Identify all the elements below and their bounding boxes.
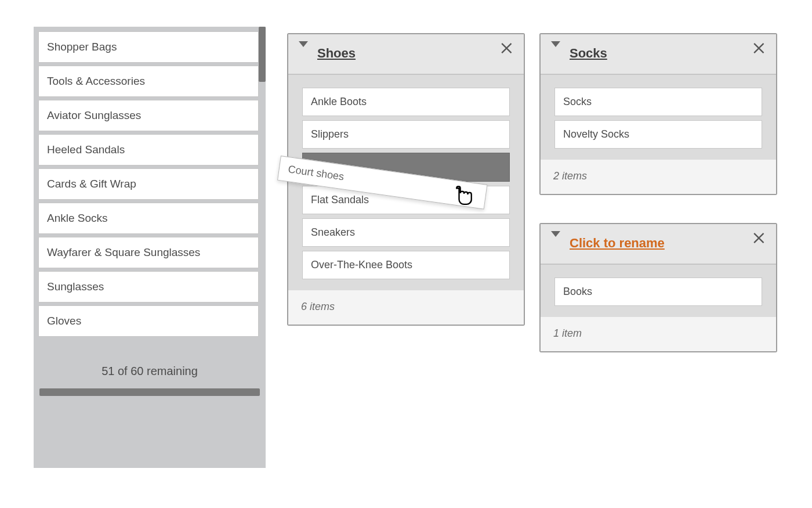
card-title[interactable]: Socks bbox=[570, 46, 607, 60]
list-item[interactable]: Over-The-Knee Boots bbox=[302, 251, 510, 279]
list-item[interactable]: Wayfarer & Square Sunglasses bbox=[38, 237, 259, 268]
list-item[interactable]: Ankle Socks bbox=[38, 203, 259, 234]
card-item-count: 6 items bbox=[288, 290, 524, 325]
source-panel: Shopper Bags Tools & Accessories Aviator… bbox=[34, 27, 266, 468]
progress-bar bbox=[39, 388, 260, 396]
card-header: Socks bbox=[541, 34, 776, 75]
remaining-count: 51 of 60 remaining bbox=[34, 340, 266, 388]
source-list: Shopper Bags Tools & Accessories Aviator… bbox=[38, 31, 259, 345]
scrollbar-thumb[interactable] bbox=[259, 27, 266, 82]
close-icon[interactable] bbox=[752, 40, 768, 56]
close-icon[interactable] bbox=[499, 40, 516, 56]
category-card-socks: Socks Socks Novelty Socks 2 items bbox=[539, 33, 777, 195]
card-item-count: 1 item bbox=[541, 317, 776, 351]
list-item[interactable]: Slippers bbox=[302, 120, 510, 149]
list-item[interactable]: Aviator Sunglasses bbox=[38, 100, 259, 131]
list-item[interactable]: Gloves bbox=[38, 305, 259, 337]
list-item[interactable]: Shopper Bags bbox=[38, 31, 259, 63]
card-body: Books bbox=[541, 265, 776, 317]
close-icon[interactable] bbox=[752, 230, 768, 246]
collapse-icon[interactable] bbox=[551, 231, 560, 237]
list-item[interactable]: Novelty Socks bbox=[554, 120, 762, 149]
card-header: Shoes bbox=[288, 34, 524, 75]
collapse-icon[interactable] bbox=[551, 41, 560, 47]
list-item[interactable]: Socks bbox=[554, 88, 762, 116]
card-item-count: 2 items bbox=[541, 160, 776, 194]
scrollbar[interactable] bbox=[259, 27, 266, 352]
card-body: Socks Novelty Socks bbox=[541, 75, 776, 160]
card-header: Click to rename bbox=[541, 224, 776, 265]
list-item[interactable]: Heeled Sandals bbox=[38, 134, 259, 165]
list-item[interactable]: Ankle Boots bbox=[302, 88, 510, 116]
list-item[interactable]: Tools & Accessories bbox=[38, 66, 259, 97]
list-item[interactable]: Sunglasses bbox=[38, 271, 259, 302]
list-item[interactable]: Cards & Gift Wrap bbox=[38, 168, 259, 200]
collapse-icon[interactable] bbox=[299, 41, 308, 47]
card-title[interactable]: Shoes bbox=[317, 46, 356, 60]
source-footer: 51 of 60 remaining bbox=[34, 340, 266, 468]
list-item[interactable]: Sneakers bbox=[302, 218, 510, 247]
card-title-placeholder[interactable]: Click to rename bbox=[570, 236, 665, 250]
category-card-unnamed: Click to rename Books 1 item bbox=[539, 223, 777, 352]
list-item[interactable]: Books bbox=[554, 278, 762, 306]
